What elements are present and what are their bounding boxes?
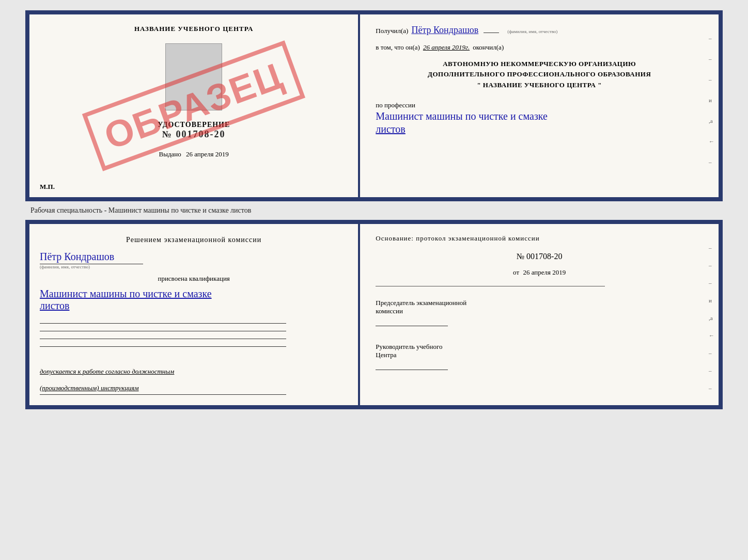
bdash4: и	[709, 297, 714, 303]
dash3: –	[709, 76, 714, 83]
protocol-number: № 001708-20	[376, 252, 703, 261]
vydano-date: 26 апреля 2019	[186, 150, 229, 158]
photo-placeholder	[165, 43, 222, 110]
bdash5: ,а	[709, 315, 714, 321]
poluchil-prefix: Получил(а)	[376, 26, 408, 36]
rukovoditel-block: Руководитель учебного Центра	[376, 343, 703, 370]
bottom-lines	[40, 320, 348, 347]
bottom-right-dashes: – – – и ,а ← – – –	[709, 245, 714, 391]
bdash1: –	[709, 245, 714, 251]
chairman-block: Председатель экзаменационной комиссии	[376, 299, 703, 326]
vtom-line: в том, что он(а) 26 апреля 2019г. окончи…	[376, 43, 703, 52]
vydano-line: Выдано 26 апреля 2019	[159, 150, 229, 158]
recipient-name: Пётр Кондрашов	[411, 25, 478, 36]
bdash8: –	[709, 367, 714, 374]
ot-prefix: от	[513, 268, 519, 276]
bottom-fio-label: (фамилия, имя, отчество)	[40, 264, 348, 269]
dash4: и	[709, 97, 714, 103]
dopuskaetsya-line1: допускается к работе согласно должностны…	[40, 367, 348, 376]
udostoverenie-block: УДОСТОВЕРЕНИЕ № 001708-20	[158, 121, 230, 140]
osnov-title: Основание: протокол экзаменационной коми…	[376, 234, 703, 243]
fio-label: (фамилия, имя, отчество)	[507, 29, 557, 34]
prisvoena-text: присвоена квалификация	[40, 275, 348, 283]
dash	[484, 33, 499, 33]
bdash6: ←	[709, 332, 714, 339]
bottom-document: Решением экзаменационной комиссии Пётр К…	[25, 220, 723, 409]
qualification-block: Машинист машины по чистке и смазке листо…	[40, 288, 348, 312]
org-center-block: АВТОНОМНУЮ НЕКОММЕРЧЕСКУЮ ОРГАНИЗАЦИЮ ДО…	[376, 59, 703, 91]
bottom-right-panel: Основание: протокол экзаменационной коми…	[360, 224, 719, 405]
poluchil-line: Получил(а) Пётр Кондрашов (фамилия, имя,…	[376, 25, 703, 36]
rukovoditel-line2: Центра	[376, 351, 703, 359]
qualification-line1: Машинист машины по чистке и смазке	[40, 288, 212, 299]
udostoverenie-title: УДОСТОВЕРЕНИЕ	[158, 121, 230, 129]
bottom-left-panel: Решением экзаменационной комиссии Пётр К…	[29, 224, 360, 405]
mp-label: М.П.	[40, 183, 55, 191]
top-right-panel: Получил(а) Пётр Кондрашов (фамилия, имя,…	[360, 14, 719, 197]
dopuskaetsya-block: допускается к работе согласно должностны…	[40, 359, 348, 395]
predsedatel-line2: комиссии	[376, 307, 703, 315]
profession-line2: листов	[376, 123, 703, 135]
dash6: ←	[709, 138, 714, 145]
separator-text: Рабочая специальность - Машинист машины …	[25, 206, 251, 215]
bottom-recipient-name: Пётр Кондрашов	[40, 251, 114, 262]
training-center-title-top: НАЗВАНИЕ УЧЕБНОГО ЦЕНТРА	[134, 25, 254, 33]
profession-line1: Машинист машины по чистке и смазке	[376, 110, 703, 122]
center-line1: АВТОНОМНУЮ НЕКОММЕРЧЕСКУЮ ОРГАНИЗАЦИЮ	[376, 59, 703, 70]
bdash7: –	[709, 350, 714, 356]
dash7: –	[709, 159, 714, 165]
right-side-dashes: – – – и ,а ← –	[709, 35, 714, 165]
center-line2: ДОПОЛНИТЕЛЬНОГО ПРОФЕССИОНАЛЬНОГО ОБРАЗО…	[376, 69, 703, 80]
profession-section: по профессии Машинист машины по чистке и…	[376, 98, 703, 135]
qualification-line2: листов	[40, 300, 69, 311]
center-line3: " НАЗВАНИЕ УЧЕБНОГО ЦЕНТРА "	[376, 80, 703, 91]
bdash3: –	[709, 280, 714, 286]
udostoverenie-number: № 001708-20	[158, 129, 230, 140]
dash1: –	[709, 35, 714, 41]
vtom-prefix: в том, что он(а)	[376, 43, 420, 52]
top-document: НАЗВАНИЕ УЧЕБНОГО ЦЕНТРА УДОСТОВЕРЕНИЕ №…	[25, 10, 723, 201]
dash2: –	[709, 56, 714, 62]
ot-date-block: от 26 апреля 2019	[376, 268, 703, 277]
top-left-panel: НАЗВАНИЕ УЧЕБНОГО ЦЕНТРА УДОСТОВЕРЕНИЕ №…	[29, 14, 360, 197]
vtom-date: 26 апреля 2019г.	[423, 43, 470, 52]
okonchil-label: окончил(а)	[473, 43, 504, 52]
po-professii: по профессии	[376, 101, 703, 109]
bdash9: –	[709, 385, 714, 391]
rukovoditel-line1: Руководитель учебного	[376, 343, 703, 351]
certificate-container: НАЗВАНИЕ УЧЕБНОГО ЦЕНТРА УДОСТОВЕРЕНИЕ №…	[25, 10, 723, 409]
predsedatel-line1: Председатель экзаменационной	[376, 299, 703, 307]
decision-title: Решением экзаменационной комиссии	[40, 234, 348, 246]
bdash2: –	[709, 262, 714, 268]
bottom-name-block: Пётр Кондрашов (фамилия, имя, отчество)	[40, 251, 348, 269]
ot-date: 26 апреля 2019	[523, 268, 566, 276]
dash5: ,а	[709, 118, 714, 124]
dopuskaetsya-line2: (производственным) инструкциям	[40, 384, 348, 392]
rukovoditel-sign-line	[376, 370, 448, 370]
chairman-sign-line	[376, 326, 448, 326]
vydano-prefix: Выдано	[159, 150, 181, 158]
